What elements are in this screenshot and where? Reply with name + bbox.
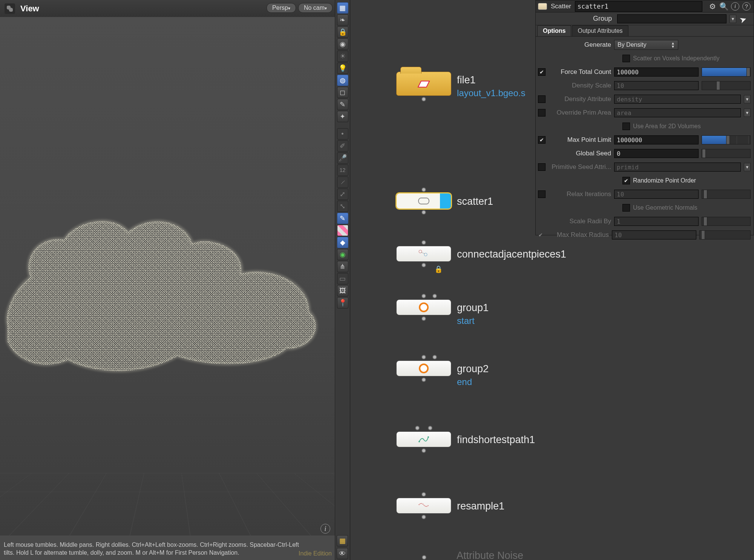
pin-icon[interactable]: 📍: [337, 297, 348, 308]
density-scale-input: [614, 81, 699, 90]
global-seed-input[interactable]: [614, 149, 699, 158]
group-dropdown-arrow-icon[interactable]: ▼: [729, 15, 736, 23]
node-group1[interactable]: group1 start: [396, 299, 451, 315]
viewport-shelf-toolbar: ▦ ❧ 🔒 ◉ ☀ 💡 ◍ ◻ ✎ ✦ • ✐ 🎤 12 ⟋ ⤢ ⤡ ✎ ◆ ◉…: [335, 0, 350, 560]
override-prim-dropdown-icon: ▼: [744, 109, 751, 117]
max-point-slider[interactable]: [702, 135, 751, 144]
pencil-icon[interactable]: ✎: [337, 213, 348, 224]
force-total-input[interactable]: [614, 68, 699, 77]
scale-radii-slider: [702, 217, 751, 226]
max-point-input[interactable]: [614, 135, 699, 144]
scatter-type-icon: [418, 196, 429, 206]
scale-radii-input: [614, 217, 699, 226]
svg-marker-12: [418, 81, 429, 87]
info-icon[interactable]: i: [320, 524, 330, 534]
param-relax-iterations: Relax Iterations: [538, 188, 751, 200]
override-prim-input: [614, 108, 741, 117]
number-12-icon[interactable]: 12: [337, 164, 348, 176]
globe-icon[interactable]: ◉: [337, 38, 348, 50]
prim-seed-checkbox[interactable]: [538, 163, 546, 171]
shading-mode-icon[interactable]: ▦: [337, 2, 348, 14]
randomize-checkbox[interactable]: [622, 177, 630, 184]
scissors-icon[interactable]: ⤢: [337, 189, 348, 200]
curve-brush-icon[interactable]: ✎: [337, 99, 348, 110]
group-pick-icon[interactable]: ➤: [738, 13, 749, 24]
relax-iter-checkbox[interactable]: [538, 190, 546, 198]
relax-iter-input: [614, 190, 699, 199]
param-use-geo-normals: Use Geometric Normals: [538, 202, 751, 214]
max-point-checkbox[interactable]: [538, 136, 546, 144]
viewport-pane: View Persp▾ No cam▾: [0, 0, 350, 560]
leaf-icon[interactable]: ❧: [337, 14, 348, 26]
lock-badge-icon: 🔒: [434, 265, 441, 272]
node-scatter1[interactable]: scatter1: [396, 193, 451, 209]
svg-point-17: [428, 436, 429, 438]
effects-icon[interactable]: ✦: [337, 111, 348, 122]
node-findshortestpath1[interactable]: findshortestpath1: [396, 431, 451, 447]
help-icon[interactable]: ?: [742, 2, 751, 11]
box-icon[interactable]: ▭: [337, 273, 348, 284]
search-icon[interactable]: 🔍: [720, 2, 728, 11]
graph-icon[interactable]: ⤡: [337, 201, 348, 212]
gear-icon[interactable]: ⚙: [708, 2, 717, 11]
viewport-titlebar: View Persp▾ No cam▾: [0, 0, 350, 17]
dot-icon[interactable]: •: [337, 128, 348, 140]
group-input[interactable]: [617, 14, 726, 23]
eye-icon[interactable]: 👁: [337, 548, 348, 559]
tab-options[interactable]: Options: [537, 25, 571, 36]
edition-label: Indie Edition: [299, 550, 332, 557]
node-label: group1: [457, 302, 489, 314]
param-max-point-limit: Max Point Limit: [538, 134, 751, 146]
brush-icon[interactable]: ✐: [337, 140, 348, 152]
bulb-icon[interactable]: 💡: [337, 63, 348, 74]
broom-icon[interactable]: ⟋: [337, 176, 348, 188]
parameter-header: Scatter ⚙ 🔍 i ?: [536, 0, 754, 12]
node-connectadjacentpieces1[interactable]: connectadjacentpieces1 🔒: [396, 246, 451, 262]
floor-grid: [0, 473, 335, 535]
camera-persp-dropdown[interactable]: Persp▾: [267, 3, 296, 13]
headlight-icon[interactable]: ◍: [337, 75, 348, 86]
grip-icon: ✔: [538, 232, 543, 238]
param-density-attribute: Density Attribute ▼: [538, 93, 751, 105]
param-max-relax-radius: ✔ Max Relax Radius: [538, 229, 751, 241]
prim-seed-input: [614, 163, 741, 172]
use-geo-norm-checkbox: [622, 204, 630, 212]
operator-name-input[interactable]: [575, 1, 702, 12]
force-total-checkbox[interactable]: [538, 68, 546, 76]
viewport-hint-text: Left mouse tumbles. Middle pans. Right d…: [4, 541, 305, 557]
sun-icon[interactable]: ☀: [337, 51, 348, 62]
node-wires: [350, 0, 463, 57]
tab-output-attributes[interactable]: Output Attributes: [572, 25, 628, 36]
camera-none-dropdown[interactable]: No cam▾: [298, 3, 333, 13]
force-total-slider[interactable]: [702, 68, 751, 77]
node-port[interactable]: [422, 555, 426, 560]
scatter-voxels-checkbox[interactable]: [622, 55, 630, 62]
node-group2[interactable]: group2 end: [396, 361, 451, 376]
node-file1[interactable]: file1 layout_v1.bgeo.s: [396, 72, 451, 96]
image-icon[interactable]: 🖼: [337, 285, 348, 296]
info-icon[interactable]: i: [731, 2, 739, 11]
point-cloud: [0, 198, 328, 379]
layout-quad-icon[interactable]: ▦: [337, 535, 348, 546]
node-resample1[interactable]: resample1: [396, 498, 451, 514]
generate-select[interactable]: By Density▲▼: [614, 40, 678, 50]
parameter-tabs: Options Output Attributes: [536, 25, 754, 37]
param-scatter-voxels: Scatter on Voxels Independently: [538, 52, 751, 64]
param-generate: Generate By Density▲▼: [538, 39, 751, 51]
camera-icon[interactable]: ◻: [337, 87, 348, 98]
node-label: resample1: [457, 500, 504, 512]
green-icon[interactable]: ◉: [337, 249, 348, 260]
diamond-icon[interactable]: ◆: [337, 237, 348, 248]
density-attr-input: [614, 95, 741, 104]
override-prim-checkbox: [538, 109, 546, 117]
global-seed-slider[interactable]: [702, 149, 751, 158]
viewport-3d-scene[interactable]: [0, 17, 335, 535]
checker-icon[interactable]: [337, 225, 348, 236]
param-override-prim-area: Override Prim Area ▼: [538, 107, 751, 119]
lock-icon[interactable]: 🔒: [337, 26, 348, 38]
mic-icon[interactable]: 🎤: [337, 152, 348, 164]
node-tree-icon[interactable]: ⋔: [337, 261, 348, 272]
node-label: connectadjacentpieces1: [457, 249, 566, 260]
param-scale-radii-by: Scale Radii By: [538, 215, 751, 227]
shortest-path-icon: [418, 435, 429, 444]
